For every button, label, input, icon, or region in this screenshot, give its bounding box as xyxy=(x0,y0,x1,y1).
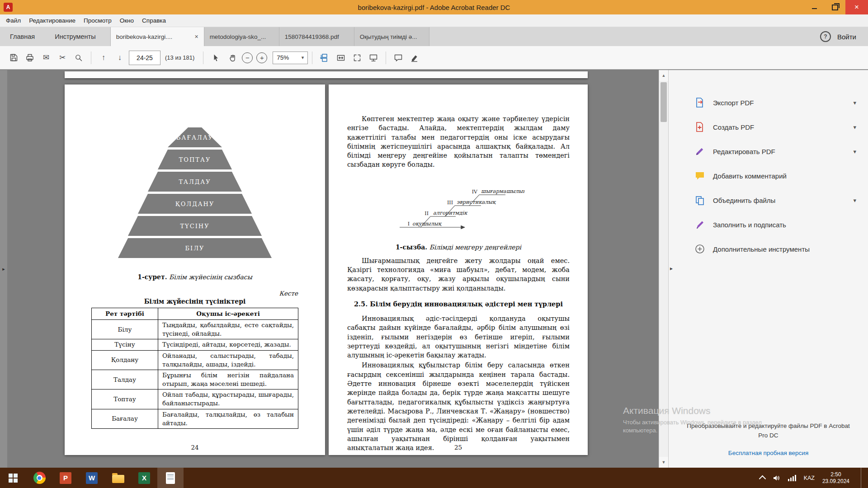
section-heading: 2.5. Білім берудің инновациялық әдістері… xyxy=(347,300,570,308)
expand-arrow-icon: ▸ xyxy=(2,266,5,272)
select-tool-button[interactable] xyxy=(208,50,224,66)
table-row: ТүсінуТүсіндіреді, айтады, көрсетеді, жа… xyxy=(92,339,298,350)
taskbar-word[interactable]: W xyxy=(79,468,105,488)
tools-list: Экспорт PDF ▾ Создать PDF ▾ Редактироват… xyxy=(669,90,868,261)
chevron-down-icon: ▾ xyxy=(302,55,304,61)
save-button[interactable] xyxy=(5,50,22,66)
language-indicator[interactable]: KAZ xyxy=(804,475,815,481)
taskbar-acrobat[interactable] xyxy=(157,468,184,488)
doc-tab-metodologiya[interactable]: metodologiya-sko_... xyxy=(204,27,279,46)
ladder-numeral: III xyxy=(447,200,453,206)
ladder-numeral: II xyxy=(425,211,429,216)
chevron-down-icon[interactable]: ▾ xyxy=(853,197,856,204)
taskbar-explorer[interactable] xyxy=(105,468,131,488)
taskbar-chrome[interactable] xyxy=(26,468,52,488)
menu-file[interactable]: Файл xyxy=(2,14,25,27)
next-page-button[interactable]: ↓ xyxy=(112,50,128,66)
paragraph: Инновациялық әдіс-тәсілдерді қолдануда о… xyxy=(347,314,570,360)
menu-help[interactable]: Справка xyxy=(138,14,170,27)
tool-add-comment[interactable]: Добавить комментарий xyxy=(669,164,868,188)
scroll-up-button[interactable]: ▲ xyxy=(659,70,668,81)
email-button[interactable]: ✉ xyxy=(38,50,54,66)
tray-date: 23.09.2024 xyxy=(822,478,849,485)
cut-button[interactable]: ✂ xyxy=(54,50,71,66)
acrobat-pro-promo: Преобразовывайте и редактируйте файлы PD… xyxy=(682,422,854,441)
table-title: Білім жүйесінің түсініктері xyxy=(65,298,325,305)
table-row: ТалдауБұрынғы білім негізін пайдалана от… xyxy=(92,370,298,389)
menu-view[interactable]: Просмотр xyxy=(80,14,116,27)
tool-more-tools[interactable]: Дополнительные инструменты xyxy=(669,237,868,261)
menu-edit[interactable]: Редактирование xyxy=(25,14,80,27)
tools-panel-toggle[interactable]: ▸ xyxy=(670,265,673,272)
tools-panel: ▸ Экспорт PDF ▾ Создать PDF ▾ xyxy=(668,70,868,468)
chevron-down-icon[interactable]: ▾ xyxy=(853,124,856,131)
pyramid-level: БІЛУ xyxy=(118,238,272,258)
highlight-button[interactable] xyxy=(406,50,423,66)
page-count-label: (13 из 181) xyxy=(165,54,194,61)
windows-logo-icon xyxy=(8,473,18,483)
ladder-label: шығармашылық xyxy=(481,188,524,194)
table-row: БілуТыңдайды, қабылдайды, есте сақтайды,… xyxy=(92,320,298,339)
chevron-down-icon[interactable]: ▾ xyxy=(853,148,856,155)
comment-button[interactable] xyxy=(390,50,406,66)
sign-in-button[interactable]: Войти xyxy=(837,33,856,41)
zoom-in-button[interactable]: + xyxy=(256,52,267,63)
page-number-input[interactable] xyxy=(129,51,160,65)
scroll-down-button[interactable]: ▼ xyxy=(659,457,668,468)
volume-icon[interactable] xyxy=(773,474,780,482)
tray-expand-icon[interactable] xyxy=(759,475,766,483)
free-trial-link[interactable]: Бесплатная пробная версия xyxy=(669,450,868,456)
pyramid-level: БАҒАЛАУ xyxy=(168,127,222,147)
nav-pane-toggle[interactable]: ▸ xyxy=(0,70,8,468)
doc-tab-1580784419368[interactable]: 1580784419368.pdf xyxy=(279,27,354,46)
comment-bubble-icon xyxy=(394,54,403,62)
help-icon[interactable]: ? xyxy=(820,31,831,42)
tab-home[interactable]: Главная xyxy=(0,27,45,46)
table-note: Кесте xyxy=(65,290,298,297)
hand-tool-button[interactable] xyxy=(224,50,240,66)
scrollbar-thumb[interactable] xyxy=(660,82,667,122)
tab-tools[interactable]: Инструменты xyxy=(45,27,105,46)
tool-create-pdf[interactable]: Создать PDF ▾ xyxy=(669,115,868,139)
zoom-level-select[interactable]: 75% ▾ xyxy=(273,52,308,64)
page-number: 25 xyxy=(329,444,588,451)
divider xyxy=(203,52,203,64)
restore-button[interactable] xyxy=(825,0,845,14)
scheme-caption: 1-сызба. Білімді меңгеру деңгейлері xyxy=(347,244,570,251)
fullscreen-button[interactable] xyxy=(349,50,365,66)
tool-edit-pdf[interactable]: Редактировать PDF ▾ xyxy=(669,139,868,164)
title-bar: A boribekova-kazirgi.pdf - Adobe Acrobat… xyxy=(0,0,868,14)
taskbar-excel[interactable]: X xyxy=(131,468,157,488)
close-button[interactable]: × xyxy=(845,0,868,14)
menu-window[interactable]: Окно xyxy=(116,14,138,27)
network-icon[interactable] xyxy=(788,474,796,481)
doc-tab-okytudyn[interactable]: Оқытудың тиімді ә... xyxy=(354,27,429,46)
pyramid-level: ТАЛДАУ xyxy=(148,172,242,192)
doc-tab-boribekova[interactable]: boribekova-kazirgi.... × xyxy=(110,27,204,46)
chevron-down-icon[interactable]: ▾ xyxy=(853,99,856,106)
vertical-scrollbar[interactable]: ▲ ▼ xyxy=(659,70,668,468)
scrolling-view-button[interactable] xyxy=(316,50,333,66)
powerpoint-icon: P xyxy=(60,472,71,484)
clock[interactable]: 2:50 23.09.2024 xyxy=(822,471,849,485)
print-button[interactable] xyxy=(22,50,38,66)
pyramid-level: ТОПТАУ xyxy=(158,150,232,169)
tool-export-pdf[interactable]: Экспорт PDF ▾ xyxy=(669,90,868,115)
taskbar-powerpoint[interactable]: P xyxy=(52,468,79,488)
search-button[interactable] xyxy=(71,50,87,66)
tool-combine-files[interactable]: Объединить файлы ▾ xyxy=(669,188,868,212)
pyramid-level: ҚОЛДАНУ xyxy=(138,194,252,214)
zoom-out-button[interactable]: − xyxy=(242,52,253,63)
print-icon xyxy=(25,53,34,62)
tab-close-icon[interactable]: × xyxy=(194,33,198,40)
start-button[interactable] xyxy=(0,468,26,488)
show-desktop-button[interactable] xyxy=(861,468,864,488)
window-controls: × xyxy=(804,0,868,14)
restore-icon xyxy=(832,5,838,10)
tool-fill-sign[interactable]: Заполнить и подписать xyxy=(669,212,868,237)
previous-page-button[interactable]: ↑ xyxy=(95,50,112,66)
fit-width-button[interactable] xyxy=(333,50,349,66)
tabbar-right: ? Войти xyxy=(820,27,868,46)
presentation-button[interactable] xyxy=(365,50,382,66)
minimize-button[interactable] xyxy=(804,0,825,14)
